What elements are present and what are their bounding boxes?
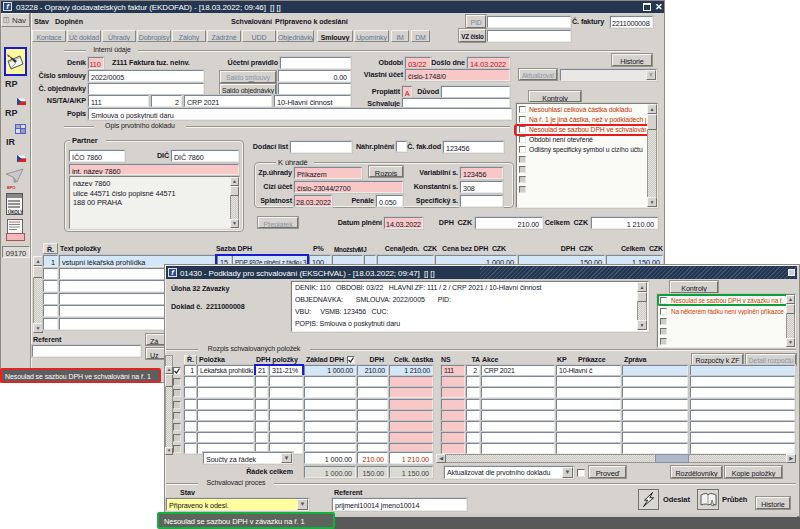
svg-text:ÚKOLY: ÚKOLY bbox=[8, 209, 23, 215]
